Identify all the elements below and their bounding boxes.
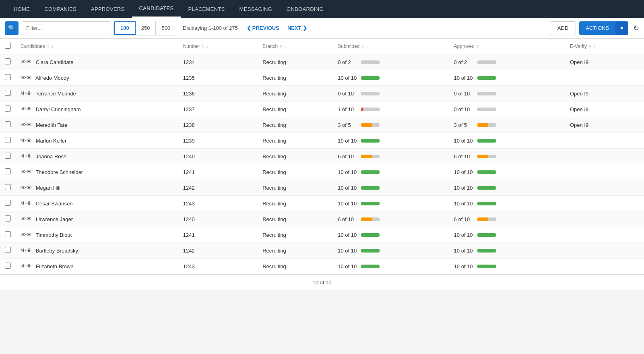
everify-status[interactable]: Open I9: [570, 91, 588, 97]
number-sort-icon[interactable]: ↕: [206, 44, 208, 49]
candidates-sort-icon[interactable]: ↕: [52, 44, 54, 49]
candidate-name[interactable]: Cesar Swanson: [36, 201, 73, 207]
candidate-name[interactable]: Clara Candidate: [36, 59, 74, 65]
row-checkbox[interactable]: [5, 58, 11, 64]
candidate-name[interactable]: Alfredo Moody: [35, 75, 69, 81]
candidate-number: 1240: [183, 216, 195, 222]
candidate-name[interactable]: Terrance Mcbride: [35, 91, 76, 97]
table-body: 👁👁 Clara Candidate 1234 Recruiting 0 of …: [0, 54, 644, 274]
row-checkbox[interactable]: [5, 153, 11, 159]
approved-cell: 0 of 2: [449, 54, 565, 70]
nav-item-candidates[interactable]: CANDIDATES: [132, 0, 181, 18]
candidate-name-cell: 👁👁 Joanna Rose: [16, 149, 178, 164]
row-checkbox-cell: [0, 227, 16, 243]
branch-name: Recruiting: [262, 138, 286, 144]
actions-dropdown-button[interactable]: ▼: [615, 21, 628, 35]
col-candidates: Candidates ▿ ↕: [16, 39, 178, 54]
branch-name: Recruiting: [262, 232, 286, 238]
branch-cell: Recruiting: [258, 211, 333, 227]
branch-cell: Recruiting: [258, 117, 333, 133]
approved-filter-icon[interactable]: ▿: [477, 44, 479, 49]
candidate-name-cell: 👁👁 Elizabeth Brown: [16, 259, 178, 274]
everify-cell: Open I9: [565, 54, 644, 70]
table-row: 👁👁 Darryl Cunningham 1237 Recruiting 1 o…: [0, 101, 644, 117]
candidate-name[interactable]: Darryl Cunningham: [36, 106, 81, 112]
candidate-name[interactable]: Bartleby Broadsky: [36, 248, 78, 254]
row-checkbox[interactable]: [5, 121, 11, 127]
everify-filter-icon[interactable]: ▿: [589, 44, 591, 49]
everify-cell: Open I9: [565, 86, 644, 101]
nav-item-approvers[interactable]: APPROVERS: [84, 0, 132, 18]
row-checkbox[interactable]: [5, 90, 11, 96]
add-button[interactable]: ADD: [550, 21, 576, 35]
next-button[interactable]: NEXT ❯: [285, 25, 310, 31]
submitted-cell: 3 of 5: [333, 117, 449, 133]
everify-cell: [565, 149, 644, 164]
branch-cell: Recruiting: [258, 133, 333, 149]
row-checkbox[interactable]: [5, 263, 11, 269]
candidate-name[interactable]: Elizabeth Brown: [36, 263, 74, 269]
row-checkbox[interactable]: [5, 184, 11, 190]
everify-status[interactable]: Open I9: [570, 106, 588, 112]
actions-button[interactable]: ACTIONS: [579, 21, 615, 35]
approved-cell: 10 of 10: [449, 70, 565, 86]
submitted-cell: 10 of 10: [333, 259, 449, 274]
branch-name: Recruiting: [262, 122, 286, 128]
candidate-icon: 👁👁: [21, 122, 32, 128]
nav-item-messaging[interactable]: MESSAGING: [232, 0, 279, 18]
row-checkbox-cell: [0, 149, 16, 164]
row-checkbox[interactable]: [5, 215, 11, 222]
candidates-filter-icon[interactable]: ▿: [47, 44, 50, 49]
candidate-name[interactable]: Lawrence Jager: [36, 216, 73, 222]
approved-cell: 10 of 10: [449, 243, 565, 259]
candidate-name[interactable]: Marlon Keller: [36, 138, 67, 144]
candidate-name[interactable]: Meredith Tate: [36, 122, 68, 128]
page-size-500[interactable]: 500: [156, 21, 176, 35]
everify-sort-icon[interactable]: ↕: [593, 44, 595, 49]
row-checkbox[interactable]: [5, 247, 11, 253]
filter-input[interactable]: [22, 21, 110, 35]
branch-sort-icon[interactable]: ↕: [284, 44, 286, 49]
candidate-name-cell: 👁👁 Clara Candidate: [16, 54, 178, 70]
row-checkbox[interactable]: [5, 137, 11, 143]
row-checkbox[interactable]: [5, 200, 11, 206]
refresh-button[interactable]: ↻: [633, 24, 639, 33]
nav-item-placements[interactable]: PLACEMENTS: [181, 0, 232, 18]
number-filter-icon[interactable]: ▿: [202, 44, 204, 49]
branch-filter-icon[interactable]: ▿: [280, 44, 282, 49]
page-size-100[interactable]: 100: [114, 21, 136, 35]
row-checkbox[interactable]: [5, 231, 11, 237]
approved-cell: 0 of 10: [449, 86, 565, 101]
table-footer: 10 of 10: [0, 274, 644, 290]
everify-cell: [565, 70, 644, 86]
everify-status[interactable]: Open I9: [570, 122, 588, 128]
candidate-name[interactable]: Timmothy Blout: [35, 232, 72, 238]
candidate-name[interactable]: Joanna Rose: [36, 153, 67, 159]
candidate-name-cell: 👁👁 Meredith Tate: [16, 117, 178, 133]
select-all-checkbox[interactable]: [5, 43, 11, 49]
candidate-number: 1234: [183, 59, 195, 65]
approved-sort-icon[interactable]: ↕: [481, 44, 483, 49]
candidate-icon: 👁👁: [21, 263, 32, 269]
page-size-250[interactable]: 250: [136, 21, 156, 35]
candidate-number-cell: 1235: [178, 70, 258, 86]
candidate-icon: 👁👁: [21, 90, 32, 97]
nav-item-home[interactable]: HOME: [6, 0, 37, 18]
submitted-sort-icon[interactable]: ↕: [366, 44, 368, 49]
submitted-filter-icon[interactable]: ▿: [361, 44, 364, 49]
candidate-name[interactable]: Megan Hill: [36, 185, 60, 191]
row-checkbox[interactable]: [5, 74, 11, 80]
row-checkbox[interactable]: [5, 106, 11, 112]
previous-button[interactable]: ❮ PREVIOUS: [244, 25, 282, 31]
table-row: 👁👁 Terrance Mcbride 1236 Recruiting 0 of…: [0, 86, 644, 101]
row-checkbox[interactable]: [5, 168, 11, 174]
nav-item-onboarding[interactable]: ONBOARDING: [279, 0, 331, 18]
everify-status[interactable]: Open I9: [570, 59, 588, 65]
branch-cell: Recruiting: [258, 86, 333, 101]
approved-cell: 10 of 10: [449, 180, 565, 196]
branch-cell: Recruiting: [258, 54, 333, 70]
candidate-number-cell: 1237: [178, 101, 258, 117]
search-button[interactable]: 🔍: [5, 21, 19, 35]
candidate-name[interactable]: Theodore Schneider: [35, 169, 83, 175]
nav-item-companies[interactable]: COMPANIES: [37, 0, 84, 18]
